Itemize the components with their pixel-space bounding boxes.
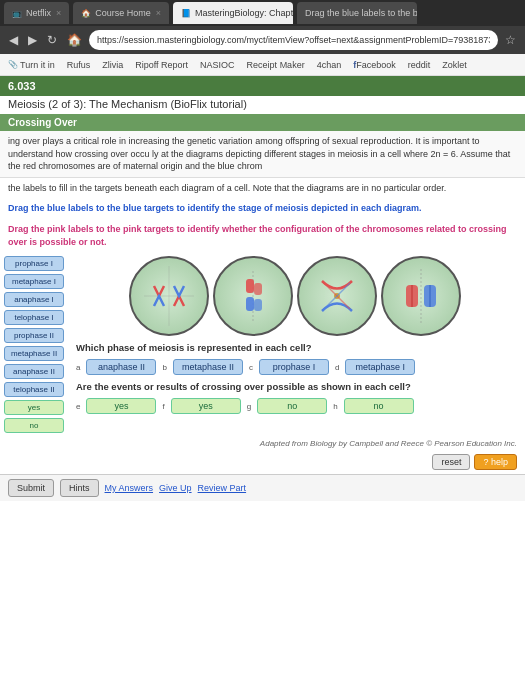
tab-mastering-icon: 📘: [181, 9, 191, 18]
footer-bar: Submit Hints My Answers Give Up Review P…: [0, 474, 525, 501]
bookmark-facebook[interactable]: f Facebook: [349, 59, 400, 71]
svg-rect-6: [254, 299, 262, 311]
close-tab-course[interactable]: ×: [156, 8, 161, 18]
instruction-blue-text: Drag the blue labels to the blue targets…: [8, 203, 422, 213]
cell-diagram-c: c: [297, 256, 377, 336]
close-tab-netflix[interactable]: ×: [56, 8, 61, 18]
tab-netflix-icon: 📺: [12, 9, 22, 18]
bookmark-nasioc[interactable]: NASIOC: [196, 59, 239, 71]
label-metaphase-ii[interactable]: metaphase II: [4, 346, 64, 361]
cell-diagram-a: a: [129, 256, 209, 336]
label-metaphase-i[interactable]: metaphase I: [4, 274, 64, 289]
bookmarks-bar: 📎 Turn it in Rufus Zlivia Ripoff Report …: [0, 54, 525, 76]
address-bar: ◀ ▶ ↻ 🏠 ☆: [0, 26, 525, 54]
question-number: 6.033: [8, 80, 36, 92]
tab-mastering-bio[interactable]: 📘 MasteringBiology: Chapter 13 ×: [173, 2, 293, 24]
svg-rect-5: [254, 283, 262, 295]
tab-course-home[interactable]: 🏠 Course Home ×: [73, 2, 169, 24]
star-icon[interactable]: ☆: [502, 33, 519, 47]
tab-bar: 📺 Netflix × 🏠 Course Home × 📘 MasteringB…: [0, 0, 525, 26]
give-up-link[interactable]: Give Up: [159, 483, 192, 493]
phase-answer-label-c: c: [249, 363, 253, 372]
diagrams-row-top: a b: [68, 256, 521, 336]
label-anaphase-ii[interactable]: anaphase II: [4, 364, 64, 379]
crossing-answer-e[interactable]: yes: [86, 398, 156, 414]
my-answers-link[interactable]: My Answers: [105, 483, 154, 493]
phase-answer-label-b: b: [162, 363, 166, 372]
label-prophase-ii[interactable]: prophase II: [4, 328, 64, 343]
svg-rect-4: [246, 297, 254, 311]
help-button[interactable]: ? help: [474, 454, 517, 470]
crossing-answer-f[interactable]: yes: [171, 398, 241, 414]
phase-question: Which phase of meiosis is represented in…: [68, 340, 521, 355]
label-anaphase-i[interactable]: anaphase I: [4, 292, 64, 307]
diagram-letter-d: d: [387, 260, 392, 269]
crossing-label-f: f: [162, 402, 164, 411]
crossing-answers-row[interactable]: e yes f yes g no h no: [68, 398, 521, 414]
bookmark-rufus[interactable]: Rufus: [63, 59, 95, 71]
cell-svg-c: [302, 261, 372, 331]
instruction-text-1: the labels to fill in the targets beneat…: [0, 178, 525, 199]
cell-svg-d: [386, 261, 456, 331]
diagram-letter-a: a: [135, 260, 139, 269]
instruction-text-pink: Drag the pink labels to the pink targets…: [0, 219, 525, 252]
crossing-over-header: Crossing Over: [0, 114, 525, 131]
browser-chrome: 📺 Netflix × 🏠 Course Home × 📘 MasteringB…: [0, 0, 525, 76]
bookmark-zlivia[interactable]: Zlivia: [98, 59, 127, 71]
cell-svg-b: [218, 261, 288, 331]
phase-answer-d[interactable]: metaphase I: [345, 359, 415, 375]
phase-answer-label-d: d: [335, 363, 339, 372]
diagrams-container: a b: [68, 256, 521, 433]
problem-title: Meiosis (2 of 3): The Mechanism (BioFlix…: [0, 96, 525, 114]
home-icon[interactable]: 🏠: [64, 33, 85, 47]
phase-answer-a[interactable]: anaphase II: [86, 359, 156, 375]
diagrams-section: prophase I metaphase I anaphase I teloph…: [0, 252, 525, 437]
labels-sidebar: prophase I metaphase I anaphase I teloph…: [4, 256, 64, 433]
crossing-answer-g[interactable]: no: [257, 398, 327, 414]
crossing-question: Are the events or results of crossing ov…: [68, 379, 521, 394]
hints-button[interactable]: Hints: [60, 479, 99, 497]
bookmark-turn-it-in-icon: 📎: [8, 60, 18, 69]
phase-answer-b[interactable]: metaphase II: [173, 359, 243, 375]
phase-answers-row[interactable]: a anaphase II b metaphase II c prophase …: [68, 359, 521, 375]
tab-course-icon: 🏠: [81, 9, 91, 18]
adapted-text: Adapted from Biology by Campbell and Ree…: [0, 437, 525, 450]
tab-drag[interactable]: Drag the blue labels to the b… ×: [297, 2, 417, 24]
phase-answer-c[interactable]: prophase I: [259, 359, 329, 375]
diagram-letter-b: b: [219, 260, 224, 269]
svg-rect-3: [246, 279, 254, 293]
instruction-text-blue: Drag the blue labels to the blue targets…: [0, 198, 525, 219]
refresh-icon[interactable]: ↻: [44, 33, 60, 47]
url-input[interactable]: [89, 30, 498, 50]
bottom-buttons: reset ? help: [0, 450, 525, 474]
phase-answer-label-a: a: [76, 363, 80, 372]
submit-button[interactable]: Submit: [8, 479, 54, 497]
crossing-answer-h[interactable]: no: [344, 398, 414, 414]
label-prophase-i[interactable]: prophase I: [4, 256, 64, 271]
label-telophase-ii[interactable]: telophase II: [4, 382, 64, 397]
instruction-pink-text: Drag the pink labels to the pink targets…: [8, 224, 507, 247]
tab-netflix[interactable]: 📺 Netflix ×: [4, 2, 69, 24]
forward-icon[interactable]: ▶: [25, 33, 40, 47]
diagram-letter-c: c: [303, 260, 307, 269]
label-yes[interactable]: yes: [4, 400, 64, 415]
reset-button[interactable]: reset: [432, 454, 470, 470]
label-telophase-i[interactable]: telophase I: [4, 310, 64, 325]
crossing-over-text: ing over plays a critical role in increa…: [0, 131, 525, 178]
crossing-label-g: g: [247, 402, 251, 411]
cell-diagram-d: d: [381, 256, 461, 336]
cell-diagram-b: b: [213, 256, 293, 336]
review-part-link[interactable]: Review Part: [198, 483, 247, 493]
page-content: 6.033 Meiosis (2 of 3): The Mechanism (B…: [0, 76, 525, 700]
bookmark-turn-it-in[interactable]: 📎 Turn it in: [4, 59, 59, 71]
label-no[interactable]: no: [4, 418, 64, 433]
bookmark-ripoff[interactable]: Ripoff Report: [131, 59, 192, 71]
bookmark-zoklet[interactable]: Zoklet: [438, 59, 471, 71]
bookmark-4chan[interactable]: 4chan: [313, 59, 346, 71]
back-icon[interactable]: ◀: [6, 33, 21, 47]
crossing-label-e: e: [76, 402, 80, 411]
cell-svg-a: [134, 261, 204, 331]
crossing-label-h: h: [333, 402, 337, 411]
bookmark-reddit[interactable]: reddit: [404, 59, 435, 71]
bookmark-receipt[interactable]: Receipt Maker: [243, 59, 309, 71]
